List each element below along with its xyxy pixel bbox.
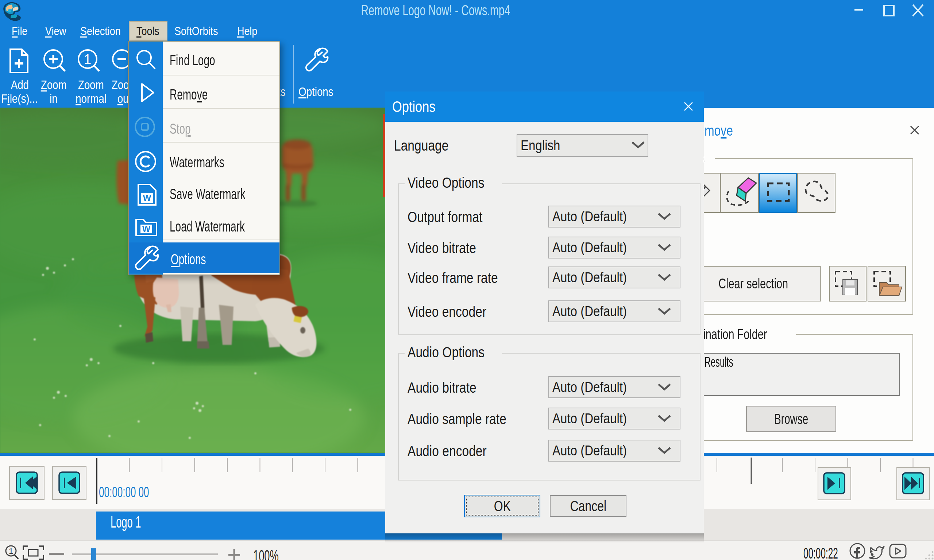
svg-text:1: 1: [9, 546, 13, 555]
svg-text:1: 1: [84, 52, 91, 67]
svg-text:W: W: [143, 193, 151, 203]
svg-text:W: W: [142, 224, 151, 234]
